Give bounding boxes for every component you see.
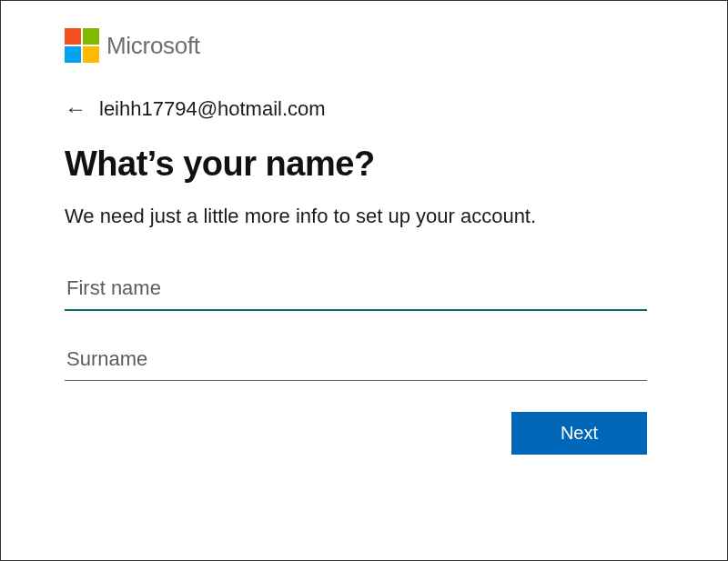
microsoft-logo-icon	[65, 28, 99, 63]
back-arrow-icon[interactable]: ←	[65, 98, 86, 120]
brand-header: Microsoft	[65, 28, 691, 63]
page-title: What’s your name?	[65, 145, 691, 184]
first-name-input[interactable]	[65, 271, 647, 311]
account-email: leihh17794@hotmail.com	[99, 97, 326, 121]
brand-wordmark: Microsoft	[106, 32, 200, 60]
surname-input[interactable]	[65, 342, 647, 381]
button-row: Next	[65, 412, 647, 455]
identity-row: ← leihh17794@hotmail.com	[65, 97, 691, 121]
next-button[interactable]: Next	[511, 412, 647, 455]
page-subtitle: We need just a little more info to set u…	[65, 202, 629, 231]
first-name-field-wrapper	[65, 271, 647, 311]
surname-field-wrapper	[65, 342, 647, 381]
